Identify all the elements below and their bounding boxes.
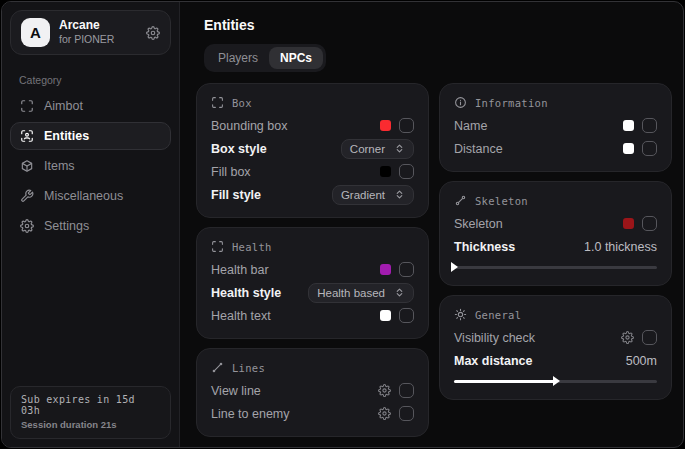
skeleton-checkbox[interactable] (642, 216, 657, 231)
sidebar-item-label: Entities (44, 129, 89, 143)
tab-players[interactable]: Players (207, 47, 269, 69)
category-label: Category (2, 63, 179, 91)
row-name: Name (454, 114, 657, 137)
row-line-to-enemy: Line to enemy (211, 402, 414, 425)
card-general: General Visibility check Max distance 50… (439, 295, 672, 400)
card-health: Health Health bar Health style Health ba… (196, 227, 429, 339)
main-content: Entities Players NPCs Box Bounding box (180, 2, 683, 447)
card-title: Health (232, 241, 272, 253)
sidebar-item-label: Settings (44, 219, 89, 233)
sun-icon (454, 308, 467, 321)
sidebar-item-settings[interactable]: Settings (10, 212, 171, 240)
distance-checkbox[interactable] (642, 141, 657, 156)
gear-icon (20, 219, 34, 233)
health-style-dropdown[interactable]: Health based (308, 283, 414, 303)
card-title: General (475, 309, 521, 321)
brackets-icon (211, 240, 224, 253)
health-text-checkbox[interactable] (399, 308, 414, 323)
color-swatch[interactable] (623, 120, 634, 131)
target-tabs: Players NPCs (204, 44, 326, 72)
brackets-icon (211, 96, 224, 109)
row-health-bar: Health bar (211, 258, 414, 281)
card-information: Information Name Distance (439, 83, 672, 172)
max-distance-slider[interactable] (454, 375, 657, 387)
color-swatch[interactable] (623, 143, 634, 154)
sidebar-item-label: Items (44, 159, 75, 173)
box-style-dropdown[interactable]: Corner (341, 139, 414, 159)
thickness-value: 1.0 thickness (584, 240, 657, 254)
sidebar-item-label: Miscellaneous (44, 189, 123, 203)
person-scan-icon (20, 129, 34, 143)
chevron-sort-icon (394, 287, 405, 298)
sidebar-item-items[interactable]: Items (10, 152, 171, 180)
sub-expiry-text: Sub expires in 15d 03h (21, 394, 160, 416)
sidebar-item-aimbot[interactable]: Aimbot (10, 92, 171, 120)
name-checkbox[interactable] (642, 118, 657, 133)
card-box: Box Bounding box Box style Corner (196, 83, 429, 218)
row-health-text: Health text (211, 304, 414, 327)
bounding-box-checkbox[interactable] (399, 118, 414, 133)
session-duration-text: Session duration 21s (21, 419, 160, 430)
chevron-sort-icon (394, 143, 405, 154)
tab-npcs[interactable]: NPCs (269, 47, 323, 69)
tool-icon (20, 189, 34, 203)
card-title: Box (232, 97, 252, 109)
color-swatch[interactable] (623, 218, 634, 229)
row-fill-style: Fill style Gradient (211, 183, 414, 206)
brand-card: A Arcane for PIONER (10, 10, 171, 55)
view-line-checkbox[interactable] (399, 383, 414, 398)
row-max-distance: Max distance 500m (454, 349, 657, 372)
thickness-slider[interactable] (454, 261, 657, 273)
card-title: Lines (232, 362, 265, 374)
health-bar-checkbox[interactable] (399, 262, 414, 277)
card-lines: Lines View line Line to enemy (196, 348, 429, 437)
card-skeleton: Skeleton Skeleton Thickness 1.0 thicknes… (439, 181, 672, 286)
card-title: Skeleton (475, 195, 528, 207)
app-window: A Arcane for PIONER Category Aimbot Enti… (1, 1, 684, 448)
bone-icon (454, 194, 467, 207)
app-name: Arcane (59, 18, 114, 33)
crosshair-scan-icon (20, 99, 34, 113)
visibility-check-checkbox[interactable] (642, 330, 657, 345)
app-subtitle: for PIONER (59, 33, 114, 46)
fill-style-dropdown[interactable]: Gradient (332, 185, 414, 205)
sidebar-item-entities[interactable]: Entities (10, 122, 171, 150)
app-logo: A (21, 18, 50, 47)
row-visibility-check: Visibility check (454, 326, 657, 349)
row-thickness: Thickness 1.0 thickness (454, 235, 657, 258)
sidebar-item-label: Aimbot (44, 99, 83, 113)
sidebar-item-miscellaneous[interactable]: Miscellaneous (10, 182, 171, 210)
color-swatch[interactable] (380, 264, 391, 275)
row-health-style: Health style Health based (211, 281, 414, 304)
slider-thumb[interactable] (451, 262, 458, 272)
color-swatch[interactable] (380, 166, 391, 177)
package-icon (20, 159, 34, 173)
row-skeleton: Skeleton (454, 212, 657, 235)
row-box-style: Box style Corner (211, 137, 414, 160)
fill-box-checkbox[interactable] (399, 164, 414, 179)
max-distance-value: 500m (626, 354, 657, 368)
row-fill-box: Fill box (211, 160, 414, 183)
line-to-enemy-checkbox[interactable] (399, 406, 414, 421)
gear-icon[interactable] (378, 407, 391, 420)
gear-icon[interactable] (621, 331, 634, 344)
row-bounding-box: Bounding box (211, 114, 414, 137)
sidebar: A Arcane for PIONER Category Aimbot Enti… (2, 2, 180, 447)
gear-icon[interactable] (146, 26, 160, 40)
color-swatch[interactable] (380, 310, 391, 321)
page-title: Entities (204, 17, 672, 33)
card-title: Information (475, 97, 548, 109)
slider-thumb[interactable] (553, 376, 560, 386)
info-icon (454, 96, 467, 109)
diagonal-line-icon (211, 361, 224, 374)
subscription-card: Sub expires in 15d 03h Session duration … (10, 386, 171, 439)
gear-icon[interactable] (378, 384, 391, 397)
chevron-sort-icon (394, 189, 405, 200)
color-swatch[interactable] (380, 120, 391, 131)
sidebar-nav: Aimbot Entities Items Miscellaneous Sett… (2, 91, 179, 241)
row-view-line: View line (211, 379, 414, 402)
row-distance: Distance (454, 137, 657, 160)
